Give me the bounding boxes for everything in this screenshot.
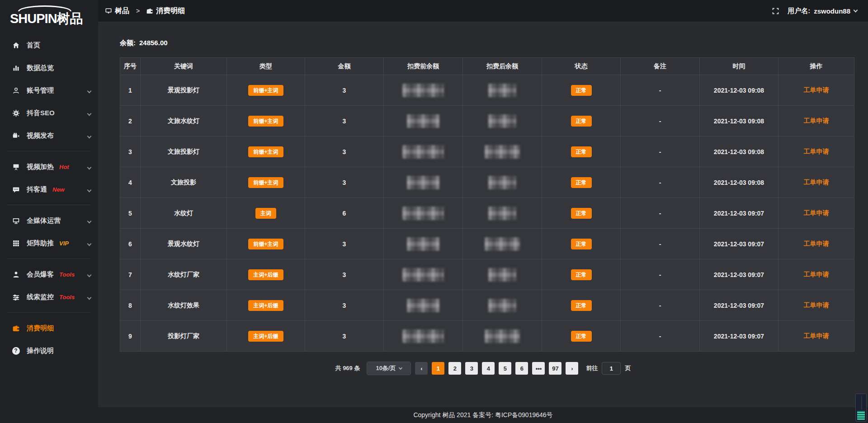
sidebar-item-media-operation[interactable]: 全媒体运营 (0, 209, 98, 232)
sidebar-item-label: 抖音SEO (27, 109, 55, 118)
sidebar-item-instructions[interactable]: ? 操作说明 (0, 339, 98, 362)
table-row: 8 水纹灯效果 主词+后缀 3 正常 - 2021-12-03 09:07 工单… (120, 290, 854, 321)
cell-remark: - (621, 259, 700, 290)
masked-balance-before (407, 299, 439, 312)
cell-amount: 3 (305, 290, 384, 321)
cell-remark: - (621, 198, 700, 229)
main-content: 余额: 24856.00 序号 关键词 类型 金额 扣费前余额 扣费后余额 状态… (98, 23, 868, 423)
cell-keyword: 水纹灯效果 (141, 290, 227, 321)
page-size-select[interactable]: 10条/页 (367, 362, 411, 375)
page-button-5[interactable]: 5 (499, 362, 511, 375)
sidebar-item-label: 首页 (27, 41, 40, 50)
prev-page-button[interactable]: ‹ (415, 362, 428, 375)
masked-balance-before (402, 207, 444, 220)
sidebar-item-doukengtong[interactable]: 抖客通 New (0, 178, 98, 201)
sidebar-item-video-publish[interactable]: 视频发布 (0, 124, 98, 147)
work-order-link[interactable]: 工单申请 (804, 240, 829, 247)
member-icon (12, 270, 20, 278)
breadcrumb-root[interactable]: 树品 (115, 6, 129, 16)
col-header-no: 序号 (120, 58, 141, 75)
cell-no: 4 (120, 167, 141, 198)
gear-icon (12, 109, 20, 117)
topbar: 树品 > 消费明细 用户名: zswodun88 (98, 0, 868, 22)
sidebar-item-consumption-detail[interactable]: 消费明细 (0, 317, 98, 339)
cell-keyword: 投影灯厂家 (141, 321, 227, 352)
chevron-down-icon (88, 132, 91, 140)
consumption-table: 序号 关键词 类型 金额 扣费前余额 扣费后余额 状态 备注 时间 操作 1 景… (120, 57, 854, 352)
cell-keyword: 景观水纹灯 (141, 229, 227, 259)
work-order-link[interactable]: 工单申请 (804, 209, 829, 216)
status-badge: 正常 (571, 85, 592, 96)
sidebar-item-member-burst[interactable]: 会员爆客 Tools (0, 263, 98, 286)
work-order-link[interactable]: 工单申请 (804, 117, 829, 124)
wallet-icon (146, 8, 153, 14)
cell-time: 2021-12-03 09:07 (700, 198, 778, 229)
table-row: 5 水纹灯 主词 6 正常 - 2021-12-03 09:07 工单申请 (120, 198, 854, 229)
next-page-button[interactable]: › (566, 362, 578, 375)
chat-bubble-icon (12, 185, 20, 193)
sidebar-divider (7, 258, 91, 259)
user-menu[interactable]: 用户名: zswodun88 (788, 7, 857, 15)
sidebar-item-label: 操作说明 (27, 347, 54, 355)
topbar-right: 用户名: zswodun88 (772, 7, 857, 15)
balance-label: 余额: (120, 39, 136, 47)
cell-amount: 3 (305, 321, 384, 352)
col-header-status: 状态 (542, 58, 621, 75)
cell-amount: 3 (305, 75, 384, 106)
cell-remark: - (621, 167, 700, 198)
consumption-table-wrap: 序号 关键词 类型 金额 扣费前余额 扣费后余额 状态 备注 时间 操作 1 景… (120, 57, 854, 352)
sidebar-item-label: 矩阵助推 (27, 239, 54, 248)
page-button-4[interactable]: 4 (482, 362, 495, 375)
more-pages-button[interactable]: ••• (532, 362, 545, 375)
tools-badge: Tools (59, 294, 75, 301)
page-button-97[interactable]: 97 (549, 362, 561, 375)
status-badge: 正常 (571, 269, 592, 280)
sidebar-item-account-management[interactable]: 账号管理 (0, 79, 98, 102)
cell-no: 9 (120, 321, 141, 352)
type-badge: 前缀+主词 (248, 177, 283, 188)
cell-remark: - (621, 136, 700, 167)
cell-amount: 3 (305, 136, 384, 167)
fullscreen-icon[interactable] (772, 7, 779, 15)
sidebar-item-matrix-boost[interactable]: 矩阵助推 VIP (0, 232, 98, 254)
breadcrumb: 树品 > 消费明细 (105, 6, 185, 16)
sliders-icon (12, 293, 20, 301)
cell-no: 2 (120, 106, 141, 136)
sidebar-item-douyin-seo[interactable]: 抖音SEO (0, 102, 98, 124)
work-order-link[interactable]: 工单申请 (804, 332, 829, 339)
copyright-text: Copyright 树品 2021 备案号: 粤ICP备09019646号 (413, 411, 552, 419)
page-button-3[interactable]: 3 (465, 362, 478, 375)
chevron-down-icon (399, 366, 402, 370)
work-order-link[interactable]: 工单申请 (804, 148, 829, 155)
cell-no: 8 (120, 290, 141, 321)
work-order-link[interactable]: 工单申请 (804, 179, 829, 186)
status-badge: 正常 (571, 331, 592, 342)
type-badge: 前缀+主词 (248, 116, 283, 127)
cell-amount: 3 (305, 106, 384, 136)
video-camera-icon (12, 132, 20, 140)
page-button-6[interactable]: 6 (515, 362, 528, 375)
sidebar: SHUPIN树品 首页 数据总览 账号管理 (0, 0, 98, 423)
cell-remark: - (621, 106, 700, 136)
sidebar-item-data-overview[interactable]: 数据总览 (0, 56, 98, 79)
work-order-link[interactable]: 工单申请 (804, 301, 829, 309)
goto-page-input[interactable] (602, 362, 621, 375)
work-order-link[interactable]: 工单申请 (804, 86, 829, 94)
page-button-2[interactable]: 2 (448, 362, 461, 375)
table-row: 1 景观投影灯 前缀+主词 3 正常 - 2021-12-03 09:08 工单… (120, 75, 854, 106)
cell-amount: 6 (305, 198, 384, 229)
table-row: 6 景观水纹灯 前缀+主词 3 正常 - 2021-12-03 09:07 工单… (120, 229, 854, 259)
cell-amount: 3 (305, 167, 384, 198)
sidebar-item-home[interactable]: 首页 (0, 34, 98, 56)
type-badge: 主词 (255, 208, 276, 219)
cell-amount: 3 (305, 229, 384, 259)
masked-balance-after (488, 268, 516, 282)
sidebar-menu: 首页 数据总览 账号管理 抖音SEO (0, 34, 98, 362)
bar-chart-icon (12, 64, 20, 72)
sidebar-item-video-heat[interactable]: 视频加热 Hot (0, 155, 98, 178)
page-button-1[interactable]: 1 (432, 362, 444, 375)
sidebar-item-lead-monitor[interactable]: 线索监控 Tools (0, 286, 98, 308)
status-badge: 正常 (571, 239, 592, 249)
monitor-icon (105, 8, 112, 14)
work-order-link[interactable]: 工单申请 (804, 271, 829, 278)
